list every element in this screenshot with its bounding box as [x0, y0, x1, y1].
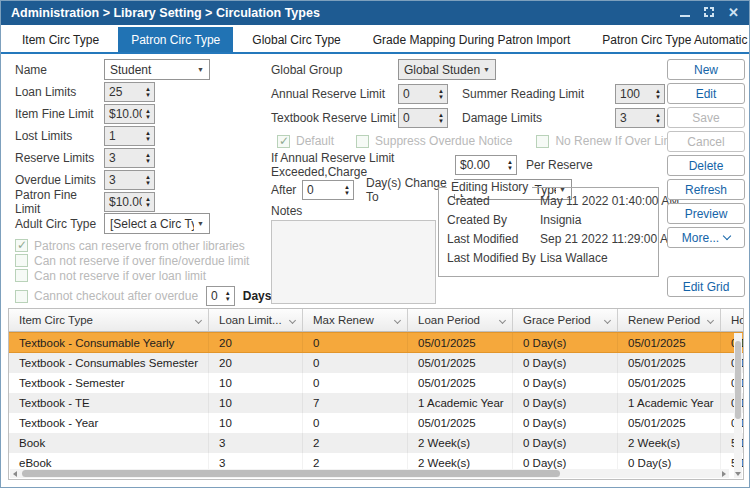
overdue-days-stepper[interactable]: 0 ▲▼ [206, 286, 235, 306]
edit-grid-button[interactable]: Edit Grid [667, 276, 745, 297]
tab-patron-circ-type[interactable]: Patron Circ Type [118, 27, 233, 52]
vertical-scrollbar[interactable] [734, 333, 742, 469]
column-menu-icon[interactable] [289, 316, 296, 323]
scroll-down-icon[interactable] [734, 469, 742, 478]
spinner-arrows-icon[interactable]: ▲▼ [435, 112, 447, 124]
grid-header-loan-period[interactable]: Loan Period [408, 309, 513, 331]
spinner-arrows-icon[interactable]: ▲▼ [142, 196, 154, 208]
table-row[interactable]: Textbook - Year 10 0 05/01/2025 0 Day(s)… [9, 413, 744, 433]
checkbox-suppress-overdue-notice[interactable]: Suppress Overdue Notice [356, 134, 512, 148]
summer-reading-limit-stepper[interactable]: 100 ▲▼ [615, 84, 665, 104]
column-menu-icon[interactable] [394, 316, 401, 323]
after-label: After [271, 183, 302, 197]
grid-header-max-renew[interactable]: Max Renew [303, 309, 408, 331]
annual-reserve-limit-stepper[interactable]: 0 ▲▼ [398, 84, 448, 104]
checkbox-icon [356, 135, 369, 148]
item-fine-limit-stepper[interactable]: $10.00 ▲▼ [104, 104, 155, 124]
checkbox-no-renew-if-over-limit[interactable]: No Renew If Over Limit [536, 134, 679, 148]
summer-reading-limit-label: Summer Reading Limit [462, 87, 615, 101]
close-icon[interactable]: ✕ [728, 8, 739, 18]
chevron-down-icon [723, 232, 731, 240]
checkbox-icon [15, 239, 28, 252]
grid-header-grace-period[interactable]: Grace Period [513, 309, 618, 331]
checkbox-reserve-other-libraries[interactable]: Patrons can reserve from other libraries [15, 238, 265, 253]
column-menu-icon[interactable] [195, 316, 202, 323]
window-title: Administration > Library Setting > Circu… [11, 6, 680, 20]
damage-limits-stepper[interactable]: 3 ▲▼ [615, 108, 665, 128]
notes-label: Notes [271, 204, 302, 218]
preview-button[interactable]: Preview [667, 203, 745, 224]
column-menu-icon[interactable] [707, 316, 714, 323]
vertical-scrollbar-thumb[interactable] [735, 341, 741, 419]
scroll-left-icon[interactable] [13, 471, 17, 477]
damage-limits-label: Damage Limits [462, 111, 615, 125]
patron-fine-limit-stepper[interactable]: $10.00 ▲▼ [104, 192, 155, 212]
charge-amount-stepper[interactable]: $0.00 ▲▼ [455, 155, 517, 175]
grid-header-item-circ-type[interactable]: Item Circ Type [9, 309, 209, 331]
spinner-arrows-icon[interactable]: ▲▼ [142, 130, 154, 142]
delete-button[interactable]: Delete [667, 155, 745, 176]
checkbox-icon [15, 290, 28, 303]
horizontal-scrollbar-thumb[interactable] [22, 470, 560, 477]
textbook-reserve-limit-stepper[interactable]: 0 ▲▼ [398, 108, 448, 128]
spinner-arrows-icon[interactable]: ▲▼ [341, 184, 353, 196]
checkbox-no-checkout-after-overdue[interactable]: Cannot checkout after overdue 0 ▲▼ Days [15, 286, 265, 306]
spinner-arrows-icon[interactable]: ▲▼ [142, 174, 154, 186]
checkbox-icon [15, 254, 28, 267]
column-menu-icon[interactable] [499, 316, 506, 323]
spinner-arrows-icon[interactable]: ▲▼ [142, 152, 154, 164]
loan-limits-label: Loan Limits [15, 85, 104, 99]
grid-header-renew-period[interactable]: Renew Period [618, 309, 721, 331]
save-button[interactable]: Save [667, 107, 745, 128]
minimize-icon[interactable] [680, 6, 690, 20]
title-bar: Administration > Library Setting > Circu… [1, 1, 749, 25]
cancel-button[interactable]: Cancel [667, 131, 745, 152]
spinner-arrows-icon[interactable]: ▲▼ [504, 159, 516, 171]
editing-history-row: Last Modified Sep 21 2022 11:29:00 AM [447, 232, 650, 246]
spinner-arrows-icon[interactable]: ▲▼ [142, 108, 154, 120]
editing-history-row: Created By Insignia [447, 213, 650, 227]
column-menu-icon[interactable] [604, 316, 611, 323]
adult-circ-type-select[interactable]: [Select a Circ Type] ▼ [104, 213, 210, 234]
more-button[interactable]: More... [667, 227, 745, 248]
checkbox-default[interactable]: Default [277, 134, 334, 148]
spinner-arrows-icon[interactable]: ▲▼ [435, 88, 447, 100]
grid-header-loan-limit[interactable]: Loan Limit... [209, 309, 303, 331]
new-button[interactable]: New [667, 59, 745, 80]
checkbox-icon [536, 135, 549, 148]
table-row[interactable]: Book 3 2 2 Week(s) 0 Day(s) 2 Week(s) 5 … [9, 433, 744, 453]
restore-icon[interactable] [704, 6, 714, 20]
reserve-limits-label: Reserve Limits [15, 151, 104, 165]
table-row[interactable]: Textbook - Consumables Semester 20 0 05/… [9, 353, 744, 373]
table-row[interactable]: Textbook - TE 10 7 1 Academic Year 0 Day… [9, 393, 744, 413]
scroll-right-icon[interactable] [722, 471, 726, 477]
overdue-limits-stepper[interactable]: 3 ▲▼ [104, 170, 155, 190]
checkbox-no-reserve-loan-limit[interactable]: Can not reserve if over loan limit [15, 268, 265, 283]
lost-limits-label: Lost Limits [15, 129, 104, 143]
table-row[interactable]: Textbook - Consumable Yearly 20 0 05/01/… [9, 332, 744, 353]
spinner-arrows-icon[interactable]: ▲▼ [652, 88, 664, 100]
notes-textarea[interactable] [271, 220, 436, 304]
grid-header-hold-period[interactable]: Ho [721, 309, 744, 331]
loan-limits-stepper[interactable]: 25 ▲▼ [104, 82, 155, 102]
tab-automatic-age[interactable]: Patron Circ Type Automatic Age [589, 27, 750, 52]
edit-button[interactable]: Edit [667, 83, 745, 104]
textbook-reserve-limit-label: Textbook Reserve Limit [271, 111, 398, 125]
spinner-arrows-icon[interactable]: ▲▼ [142, 86, 154, 98]
spinner-arrows-icon[interactable]: ▲▼ [652, 112, 664, 124]
editing-history-group: Editing History Created May 11 2022 01:4… [438, 187, 659, 277]
name-select[interactable]: Student ▼ [104, 59, 210, 80]
global-group-select[interactable]: Global Student Gr ▼ [398, 59, 496, 80]
table-row[interactable]: Textbook - Semester 10 0 05/01/2025 0 Da… [9, 373, 744, 393]
tab-global-circ-type[interactable]: Global Circ Type [239, 27, 353, 52]
tab-grade-mapping[interactable]: Grade Mapping During Patron Import [360, 27, 583, 52]
tab-item-circ-type[interactable]: Item Circ Type [9, 27, 112, 52]
refresh-button[interactable]: Refresh [667, 179, 745, 200]
reserve-limits-stepper[interactable]: 3 ▲▼ [104, 148, 155, 168]
checkbox-no-reserve-fine-overdue[interactable]: Can not reserve if over fine/overdue lim… [15, 253, 265, 268]
spinner-arrows-icon[interactable]: ▲▼ [222, 290, 234, 302]
horizontal-scrollbar[interactable] [10, 469, 729, 478]
after-days-stepper[interactable]: 0 ▲▼ [302, 180, 354, 200]
lost-limits-stepper[interactable]: 1 ▲▼ [104, 126, 155, 146]
circulation-types-window: Administration > Library Setting > Circu… [0, 0, 750, 488]
